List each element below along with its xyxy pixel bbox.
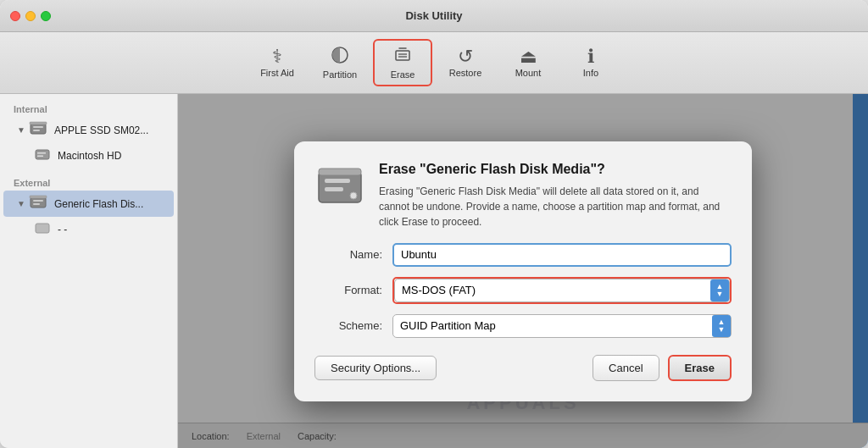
info-icon: ℹ — [587, 47, 594, 66]
erase-button[interactable]: Erase — [373, 39, 432, 86]
modal-disk-icon — [314, 162, 365, 215]
erase-modal: Erase "Generic Flash Disk Media"? Erasin… — [294, 141, 752, 401]
generic-flash-sub-icon — [34, 221, 51, 238]
sidebar-item-macintosh-hd[interactable]: Macintosh HD — [3, 144, 174, 168]
info-button[interactable]: ℹ Info — [561, 42, 620, 83]
svg-rect-18 — [319, 169, 361, 175]
partition-label: Partition — [323, 69, 357, 80]
main-window: Disk Utility ⚕ First Aid Partition — [0, 0, 868, 448]
erase-label: Erase — [391, 69, 415, 80]
macintosh-hd-label: Macintosh HD — [58, 150, 121, 162]
disclosure-arrow: ▼ — [17, 125, 25, 135]
toolbar: ⚕ First Aid Partition Erase — [0, 32, 868, 94]
sidebar-item-apple-ssd[interactable]: ▼ APPLE SSD SM02... — [3, 117, 174, 143]
mount-label: Mount — [515, 68, 542, 78]
modal-footer: Security Options... Cancel Erase — [314, 355, 732, 381]
partition-button[interactable]: Partition — [310, 41, 370, 85]
partition-icon — [331, 46, 349, 68]
svg-rect-15 — [30, 196, 47, 198]
main-content: Internal ▼ APPLE SSD SM02... — [0, 94, 868, 448]
modal-title: Erase "Generic Flash Disk Media"? — [379, 162, 732, 177]
svg-rect-5 — [31, 124, 46, 134]
generic-flash-icon — [29, 194, 47, 213]
format-label: Format: — [314, 284, 382, 296]
svg-rect-1 — [396, 51, 409, 60]
info-label: Info — [583, 68, 598, 78]
maximize-button[interactable] — [41, 11, 51, 21]
window-title: Disk Utility — [405, 9, 462, 22]
sidebar-item-generic-flash-sub[interactable]: - - — [3, 218, 174, 241]
sidebar-item-generic-flash[interactable]: ▼ Generic Flash Dis... — [3, 191, 174, 217]
format-select-wrapper: MS-DOS (FAT) ExFAT Mac OS Extended (Jour… — [392, 277, 732, 304]
modal-description: Erasing "Generic Flash Disk Media" will … — [379, 184, 732, 230]
macintosh-hd-icon — [34, 147, 51, 164]
svg-rect-19 — [325, 179, 350, 183]
svg-rect-20 — [325, 187, 343, 191]
sidebar: Internal ▼ APPLE SSD SM02... — [0, 94, 178, 448]
minimize-button[interactable] — [25, 11, 36, 21]
svg-rect-10 — [37, 152, 46, 154]
scheme-row: Scheme: GUID Partition Map Master Boot R… — [314, 314, 732, 338]
restore-icon: ↺ — [458, 47, 473, 66]
erase-confirm-button[interactable]: Erase — [668, 355, 732, 381]
modal-text-area: Erase "Generic Flash Disk Media"? Erasin… — [379, 162, 732, 230]
apple-ssd-label: APPLE SSD SM02... — [54, 124, 148, 136]
svg-rect-7 — [33, 130, 40, 131]
internal-section-label: Internal — [0, 101, 177, 116]
scheme-select-wrapper: GUID Partition Map Master Boot Record Ap… — [392, 314, 732, 338]
svg-rect-14 — [33, 203, 40, 205]
restore-button[interactable]: ↺ Restore — [436, 42, 495, 83]
close-button[interactable] — [10, 11, 20, 21]
first-aid-icon: ⚕ — [272, 47, 282, 66]
name-row: Name: — [314, 243, 732, 267]
modal-form: Name: Format: MS-DOS (FAT) ExFAT Mac OS … — [314, 243, 732, 338]
generic-flash-label: Generic Flash Dis... — [54, 198, 143, 210]
modal-header: Erase "Generic Flash Disk Media"? Erasin… — [314, 162, 732, 230]
cancel-button[interactable]: Cancel — [593, 355, 659, 381]
first-aid-button[interactable]: ⚕ First Aid — [248, 42, 307, 83]
svg-rect-6 — [33, 126, 43, 128]
first-aid-label: First Aid — [260, 68, 294, 78]
modal-overlay: Erase "Generic Flash Disk Media"? Erasin… — [178, 94, 868, 448]
security-options-button[interactable]: Security Options... — [314, 356, 437, 380]
svg-rect-16 — [36, 224, 49, 233]
disclosure-arrow-ext: ▼ — [17, 199, 25, 208]
titlebar: Disk Utility — [0, 0, 868, 32]
svg-rect-12 — [31, 197, 46, 207]
svg-rect-13 — [33, 200, 43, 202]
main-panel: APPUALS Location: External Capacity: — [178, 94, 868, 448]
scheme-select[interactable]: GUID Partition Map Master Boot Record Ap… — [392, 314, 732, 338]
svg-rect-9 — [36, 150, 49, 159]
erase-icon — [393, 46, 412, 68]
restore-label: Restore — [449, 68, 482, 78]
format-select[interactable]: MS-DOS (FAT) ExFAT Mac OS Extended (Jour… — [394, 279, 730, 302]
svg-rect-11 — [37, 156, 43, 158]
generic-flash-sub-label: - - — [58, 224, 67, 235]
external-section-label: External — [0, 174, 177, 190]
footer-right: Cancel Erase — [593, 355, 732, 381]
traffic-lights — [10, 11, 51, 21]
mount-icon: ⏏ — [520, 47, 537, 66]
name-label: Name: — [314, 248, 382, 261]
apple-ssd-icon — [29, 120, 47, 140]
mount-button[interactable]: ⏏ Mount — [498, 42, 558, 83]
svg-rect-8 — [30, 122, 47, 124]
scheme-label: Scheme: — [314, 319, 382, 332]
format-row: Format: MS-DOS (FAT) ExFAT Mac OS Extend… — [314, 277, 732, 304]
name-input[interactable] — [392, 243, 732, 267]
svg-point-21 — [350, 192, 357, 199]
